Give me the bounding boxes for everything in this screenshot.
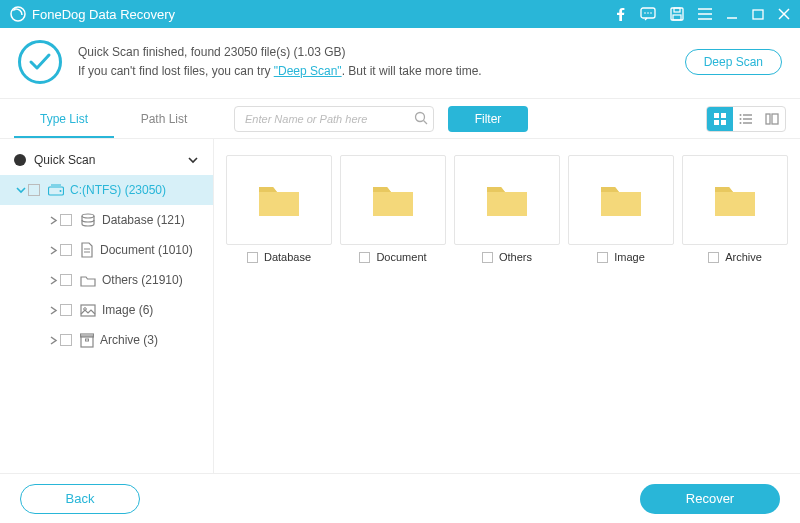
feedback-icon[interactable] — [640, 7, 656, 21]
svg-line-17 — [424, 120, 428, 124]
folder-label: Database — [264, 251, 311, 263]
checkbox[interactable] — [708, 252, 719, 263]
db-icon — [80, 213, 96, 227]
tree-drive[interactable]: C:(NTFS) (23050) — [0, 175, 213, 205]
titlebar: FoneDog Data Recovery — [0, 0, 800, 28]
folder-icon — [340, 155, 446, 245]
checkbox[interactable] — [60, 334, 72, 346]
svg-point-25 — [740, 114, 742, 116]
maximize-icon[interactable] — [752, 8, 764, 20]
folder-item[interactable]: Archive — [682, 155, 788, 263]
footer: Back Recover — [0, 473, 800, 523]
folder-item[interactable]: Others — [454, 155, 560, 263]
list-tabs: Type List Path List — [14, 100, 214, 138]
folder-icon — [568, 155, 674, 245]
svg-point-31 — [60, 190, 62, 192]
view-mode-toggle — [706, 106, 786, 132]
checkbox[interactable] — [247, 252, 258, 263]
chevron-right-icon — [49, 306, 58, 315]
view-detail-icon[interactable] — [759, 107, 785, 131]
tree-item[interactable]: Others (21910) — [0, 265, 213, 295]
tree-label: Database (121) — [102, 213, 185, 227]
svg-rect-36 — [81, 305, 95, 316]
folder-label: Archive — [725, 251, 762, 263]
main-area: Quick Scan C:(NTFS) (23050) Database (12… — [0, 139, 800, 504]
deep-scan-link[interactable]: "Deep Scan" — [274, 64, 342, 78]
checkbox[interactable] — [60, 214, 72, 226]
recover-button[interactable]: Recover — [640, 484, 780, 514]
tree-label: Document (1010) — [100, 243, 193, 257]
drive-icon — [48, 184, 64, 196]
chevron-right-icon — [49, 246, 58, 255]
checkbox[interactable] — [60, 244, 72, 256]
folder-icon — [80, 274, 96, 287]
svg-point-4 — [647, 12, 649, 14]
scan-message: Quick Scan finished, found 23050 file(s)… — [78, 43, 482, 81]
tree-label: C:(NTFS) (23050) — [70, 183, 166, 197]
search-icon[interactable] — [414, 111, 428, 129]
svg-rect-40 — [86, 339, 89, 341]
tree-label: Others (21910) — [102, 273, 183, 287]
archive-icon — [80, 333, 94, 348]
svg-rect-21 — [721, 120, 726, 125]
doc-icon — [80, 242, 94, 258]
tab-path-list[interactable]: Path List — [114, 100, 214, 138]
tree-item[interactable]: Image (6) — [0, 295, 213, 325]
svg-rect-29 — [772, 114, 778, 124]
folder-item[interactable]: Document — [340, 155, 446, 263]
folder-icon — [226, 155, 332, 245]
window-controls — [616, 7, 790, 21]
checkbox[interactable] — [597, 252, 608, 263]
back-button[interactable]: Back — [20, 484, 140, 514]
toolbar: Type List Path List Filter — [0, 99, 800, 139]
chevron-right-icon — [49, 276, 58, 285]
tree-quick-scan[interactable]: Quick Scan — [0, 145, 213, 175]
tree-item[interactable]: Document (1010) — [0, 235, 213, 265]
folder-item[interactable]: Database — [226, 155, 332, 263]
folder-label: Document — [376, 251, 426, 263]
checkbox[interactable] — [359, 252, 370, 263]
check-circle-icon — [18, 40, 62, 84]
tree-label: Quick Scan — [34, 153, 95, 167]
image-icon — [80, 304, 96, 317]
chevron-down-icon — [187, 154, 199, 166]
checkbox[interactable] — [482, 252, 493, 263]
facebook-icon[interactable] — [616, 7, 626, 21]
view-list-icon[interactable] — [733, 107, 759, 131]
logo-icon — [10, 6, 26, 22]
app-logo: FoneDog Data Recovery — [10, 6, 175, 22]
folder-grid: DatabaseDocumentOthersImageArchive — [214, 139, 800, 504]
folder-icon — [682, 155, 788, 245]
bullet-icon — [14, 154, 26, 166]
checkbox[interactable] — [60, 304, 72, 316]
search-box — [234, 106, 434, 132]
tab-type-list[interactable]: Type List — [14, 100, 114, 138]
tree-label: Archive (3) — [100, 333, 158, 347]
tree-item[interactable]: Archive (3) — [0, 325, 213, 355]
scan-result-banner: Quick Scan finished, found 23050 file(s)… — [0, 28, 800, 99]
chevron-down-icon — [16, 185, 26, 195]
menu-icon[interactable] — [698, 8, 712, 20]
checkbox[interactable] — [60, 274, 72, 286]
close-icon[interactable] — [778, 8, 790, 20]
filter-button[interactable]: Filter — [448, 106, 528, 132]
svg-rect-20 — [714, 120, 719, 125]
folder-label: Others — [499, 251, 532, 263]
chevron-right-icon — [49, 216, 58, 225]
svg-rect-28 — [766, 114, 770, 124]
view-grid-icon[interactable] — [707, 107, 733, 131]
folder-item[interactable]: Image — [568, 155, 674, 263]
deep-scan-button[interactable]: Deep Scan — [685, 49, 782, 75]
tree-label: Image (6) — [102, 303, 153, 317]
minimize-icon[interactable] — [726, 8, 738, 20]
sidebar-tree: Quick Scan C:(NTFS) (23050) Database (12… — [0, 139, 214, 504]
svg-point-33 — [82, 214, 94, 218]
svg-rect-18 — [714, 113, 719, 118]
save-icon[interactable] — [670, 7, 684, 21]
tree-item[interactable]: Database (121) — [0, 205, 213, 235]
search-input[interactable] — [234, 106, 434, 132]
svg-point-3 — [644, 12, 646, 14]
svg-point-27 — [740, 122, 742, 124]
checkbox[interactable] — [28, 184, 40, 196]
chevron-right-icon — [49, 336, 58, 345]
